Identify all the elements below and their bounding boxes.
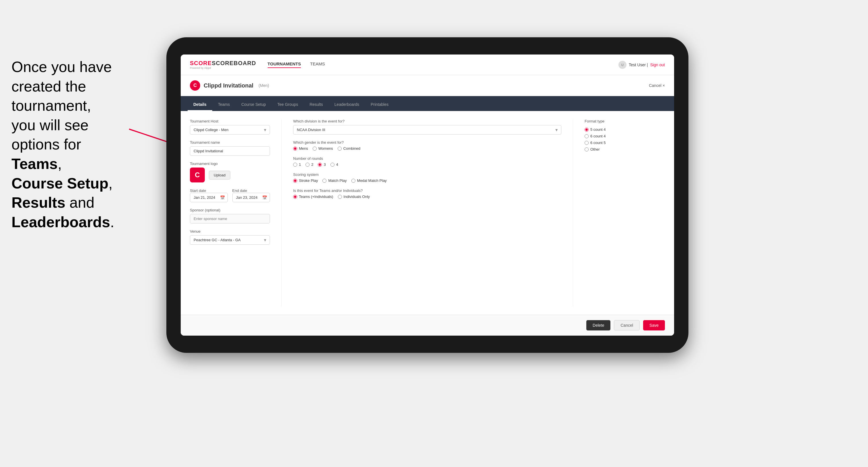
format-5count4[interactable]: 5 count 4 xyxy=(585,127,665,132)
instruction-text: Once you have created the tournament, yo… xyxy=(0,57,132,232)
gender-womens-radio[interactable] xyxy=(313,147,317,151)
rounds-3-radio[interactable] xyxy=(318,163,322,167)
signout-link[interactable]: Sign out xyxy=(650,63,665,67)
venue-select[interactable]: Peachtree GC - Atlanta - GA xyxy=(190,235,270,245)
tablet-screen: SCORESCOREBOARD Powered by clippd TOURNA… xyxy=(181,55,674,336)
dates-group: Start date 📅 End date 📅 xyxy=(190,188,270,202)
gender-womens[interactable]: Womens xyxy=(313,146,333,151)
format-6count5-radio[interactable] xyxy=(585,141,589,145)
rounds-options: 1 2 3 4 xyxy=(293,162,561,167)
upload-button[interactable]: Upload xyxy=(209,171,230,180)
name-label: Tournament name xyxy=(190,140,270,145)
division-group: Which division is the event for? NCAA Di… xyxy=(293,119,561,134)
date-row: Start date 📅 End date 📅 xyxy=(190,188,270,202)
logo-title: SCORESCOREBOARD xyxy=(190,60,256,67)
format-5count4-radio[interactable] xyxy=(585,128,589,132)
cancel-header-button[interactable]: Cancel × xyxy=(649,83,665,88)
tabs-bar: Details Teams Course Setup Tee Groups Re… xyxy=(181,96,674,111)
tab-details[interactable]: Details xyxy=(188,99,212,111)
name-input[interactable] xyxy=(190,146,270,156)
tab-course-setup[interactable]: Course Setup xyxy=(236,99,272,111)
scoring-options: Stroke Play Match Play Medal Match Play xyxy=(293,179,561,183)
logo-area: SCORESCOREBOARD Powered by clippd xyxy=(190,60,256,69)
tournament-title-row: C Clippd Invitational (Men) xyxy=(190,80,269,91)
host-select[interactable]: Clippd College - Men xyxy=(190,125,270,134)
rounds-3[interactable]: 3 xyxy=(318,162,326,167)
top-nav: SCORESCOREBOARD Powered by clippd TOURNA… xyxy=(181,55,674,75)
format-other-radio[interactable] xyxy=(585,148,589,152)
scoring-medal-radio[interactable] xyxy=(351,179,355,183)
venue-label: Venue xyxy=(190,229,270,234)
action-bar: Delete Cancel Save xyxy=(181,315,674,336)
tab-results[interactable]: Results xyxy=(304,99,329,111)
rounds-2-radio[interactable] xyxy=(306,163,310,167)
end-date-icon: 📅 xyxy=(262,195,267,200)
division-label: Which division is the event for? xyxy=(293,119,561,123)
logo-subtitle: Powered by clippd xyxy=(190,67,256,69)
form-right-col: Format type 5 count 4 6 count 4 6 cou xyxy=(585,119,665,307)
host-group: Tournament Host Clippd College - Men ▼ xyxy=(190,119,270,134)
teams-teams-radio[interactable] xyxy=(293,195,297,199)
user-label: Test User | xyxy=(629,63,648,67)
rounds-group: Number of rounds 1 2 3 xyxy=(293,156,561,167)
sponsor-input[interactable] xyxy=(190,214,270,223)
tablet-shell: SCORESCOREBOARD Powered by clippd TOURNA… xyxy=(166,37,688,353)
format-6count4-radio[interactable] xyxy=(585,134,589,138)
tab-tee-groups[interactable]: Tee Groups xyxy=(272,99,304,111)
logo-red: SCORE xyxy=(190,60,212,66)
logo-preview: C xyxy=(190,167,205,182)
tab-teams[interactable]: Teams xyxy=(212,99,236,111)
venue-select-wrapper: Peachtree GC - Atlanta - GA ▼ xyxy=(190,235,270,245)
teams-individuals-radio[interactable] xyxy=(338,195,342,199)
rounds-2[interactable]: 2 xyxy=(306,162,313,167)
user-info: U Test User | Sign out xyxy=(618,61,665,69)
format-other[interactable]: Other xyxy=(585,147,665,152)
format-6count4[interactable]: 6 count 4 xyxy=(585,134,665,138)
nav-teams[interactable]: TEAMS xyxy=(310,61,325,68)
start-date-group: Start date 📅 xyxy=(190,188,228,202)
avatar: U xyxy=(618,61,626,69)
teams-teams[interactable]: Teams (+Individuals) xyxy=(293,194,333,199)
rounds-4[interactable]: 4 xyxy=(331,162,338,167)
end-date-wrapper: 📅 xyxy=(232,193,270,202)
rounds-4-radio[interactable] xyxy=(331,163,335,167)
venue-group: Venue Peachtree GC - Atlanta - GA ▼ xyxy=(190,229,270,245)
scoring-match[interactable]: Match Play xyxy=(322,179,346,183)
start-date-icon: 📅 xyxy=(220,195,225,200)
start-date-label: Start date xyxy=(190,188,206,193)
rounds-1-radio[interactable] xyxy=(293,163,297,167)
scoring-medal[interactable]: Medal Match Play xyxy=(351,179,387,183)
logo-group: Tournament logo C Upload xyxy=(190,161,270,182)
rounds-1[interactable]: 1 xyxy=(293,162,301,167)
gender-label: Which gender is the event for? xyxy=(293,140,561,145)
scoring-group: Scoring system Stroke Play Match Play xyxy=(293,173,561,183)
tab-printables[interactable]: Printables xyxy=(365,99,394,111)
save-button[interactable]: Save xyxy=(643,320,665,331)
gender-group: Which gender is the event for? Mens Wome… xyxy=(293,140,561,151)
cancel-button[interactable]: Cancel xyxy=(614,320,640,331)
scoring-stroke[interactable]: Stroke Play xyxy=(293,179,318,183)
gender-mens[interactable]: Mens xyxy=(293,146,308,151)
form-middle-col: Which division is the event for? NCAA Di… xyxy=(293,119,573,307)
sponsor-group: Sponsor (optional) xyxy=(190,208,270,223)
delete-button[interactable]: Delete xyxy=(586,320,611,331)
logo-upload-row: C Upload xyxy=(190,167,270,182)
name-group: Tournament name xyxy=(190,140,270,156)
gender-combined[interactable]: Combined xyxy=(338,146,360,151)
format-6count5[interactable]: 6 count 5 xyxy=(585,141,665,145)
gender-combined-radio[interactable] xyxy=(338,147,342,151)
format-section: Format type 5 count 4 6 count 4 6 cou xyxy=(585,119,665,152)
rounds-label: Number of rounds xyxy=(293,156,561,161)
scoring-match-radio[interactable] xyxy=(322,179,327,183)
gender-mens-radio[interactable] xyxy=(293,147,297,151)
form-area: Tournament Host Clippd College - Men ▼ T… xyxy=(181,111,674,315)
tournament-icon: C xyxy=(190,80,200,91)
division-select[interactable]: NCAA Division III xyxy=(293,125,561,134)
host-select-wrapper: Clippd College - Men ▼ xyxy=(190,125,270,134)
nav-tournaments[interactable]: TOURNAMENTS xyxy=(268,61,301,68)
teams-individuals[interactable]: Individuals Only xyxy=(338,194,370,199)
scoring-stroke-radio[interactable] xyxy=(293,179,297,183)
scoring-label: Scoring system xyxy=(293,173,561,177)
end-date-group: End date 📅 xyxy=(232,188,270,202)
tab-leaderboards[interactable]: Leaderboards xyxy=(329,99,365,111)
